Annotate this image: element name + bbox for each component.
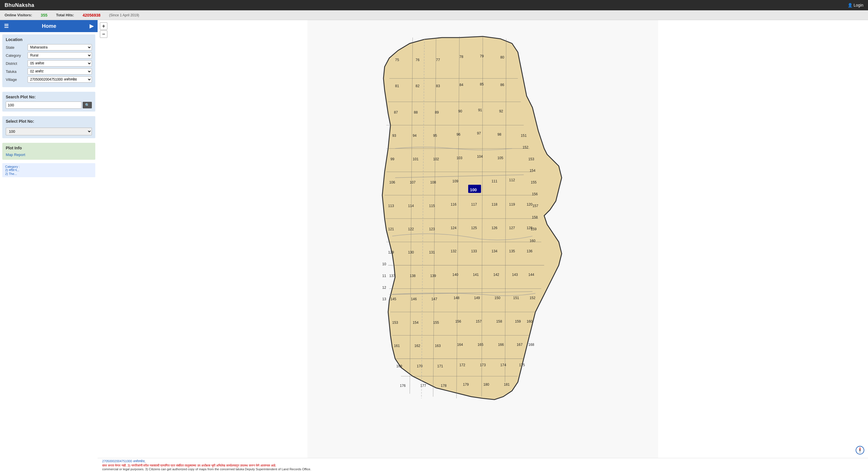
svg-text:113: 113 [388, 204, 394, 208]
taluka-select[interactable]: 02 आकोट [28, 68, 92, 74]
svg-text:94: 94 [413, 134, 417, 138]
svg-text:167: 167 [517, 343, 523, 347]
svg-text:158: 158 [496, 319, 502, 324]
svg-text:116: 116 [451, 202, 457, 206]
svg-text:131: 131 [429, 250, 435, 255]
svg-text:161: 161 [394, 344, 400, 348]
svg-text:122: 122 [408, 227, 414, 231]
svg-text:107: 107 [410, 180, 416, 184]
search-plot-input[interactable] [6, 102, 82, 109]
svg-text:130: 130 [408, 250, 414, 255]
select-plot-dropdown[interactable]: 100 [6, 128, 92, 135]
hits-label: Total Hits: [56, 13, 74, 17]
district-select[interactable]: 05 अकोला [28, 60, 92, 67]
svg-text:123: 123 [429, 227, 435, 231]
svg-text:148: 148 [454, 296, 460, 300]
svg-text:152: 152 [522, 145, 528, 149]
hits-value: 42056938 [83, 13, 100, 18]
svg-text:102: 102 [433, 157, 439, 161]
svg-text:144: 144 [528, 273, 534, 277]
category-select[interactable]: Rural [28, 52, 92, 59]
map-canvas[interactable]: 757677 787980 818283 848586 878889 90919… [98, 20, 868, 458]
svg-text:181: 181 [504, 382, 510, 386]
online-value: 355 [41, 13, 48, 18]
svg-text:164: 164 [457, 343, 463, 347]
svg-text:84: 84 [460, 83, 464, 87]
svg-text:115: 115 [429, 204, 435, 208]
svg-text:149: 149 [474, 296, 480, 300]
select-plot-section: Select Plot No: 100 [2, 116, 95, 138]
svg-text:140: 140 [453, 273, 458, 277]
district-row: District 05 अकोला [6, 60, 92, 67]
svg-text:160: 160 [527, 319, 533, 324]
plot-actions-section: Plot Info Map Report [2, 143, 95, 160]
svg-text:147: 147 [431, 297, 437, 301]
svg-text:132: 132 [451, 249, 457, 253]
village-select[interactable]: 27050002004751000 अकोलखेड [28, 76, 92, 82]
plot-info-title: Plot Info [6, 146, 92, 150]
svg-text:79: 79 [480, 54, 484, 58]
svg-text:165: 165 [477, 343, 484, 347]
sidebar-collapse-button[interactable]: ▶ [90, 23, 94, 29]
svg-text:121: 121 [388, 227, 394, 231]
coord-text: 27050002004751000 अकोलखेड, [102, 460, 863, 463]
svg-text:134: 134 [492, 249, 498, 253]
svg-text:10: 10 [382, 262, 386, 266]
village-label: Village [6, 77, 26, 82]
svg-text:80: 80 [500, 55, 504, 59]
overlay-text-2: 2) वरील प... [5, 168, 92, 172]
taluka-row: Taluka 02 आकोट [6, 68, 92, 74]
state-select[interactable]: Maharastra [28, 44, 92, 50]
map-report-link[interactable]: Map Report [6, 153, 92, 157]
search-plot-section: Search Plot No: 🔍 [2, 92, 95, 111]
svg-text:154: 154 [413, 321, 419, 325]
svg-text:137: 137 [389, 274, 395, 278]
svg-text:83: 83 [436, 84, 440, 88]
state-row: State Maharastra [6, 44, 92, 50]
svg-text:171: 171 [437, 364, 443, 368]
zoom-in-button[interactable]: + [100, 22, 107, 30]
svg-text:160: 160 [530, 239, 536, 243]
svg-text:152: 152 [530, 296, 536, 300]
search-plot-title: Search Plot No: [6, 95, 92, 99]
svg-text:176: 176 [400, 384, 406, 388]
zoom-out-button[interactable]: − [100, 30, 107, 38]
svg-text:139: 139 [430, 274, 436, 278]
svg-text:98: 98 [497, 133, 501, 136]
svg-text:126: 126 [492, 226, 498, 230]
svg-text:162: 162 [414, 344, 421, 348]
location-title: Location [6, 37, 92, 42]
map-controls: + − [100, 22, 107, 38]
svg-text:93: 93 [392, 134, 396, 138]
app-title: BhuNaksha [5, 2, 34, 8]
svg-text:136: 136 [527, 249, 533, 253]
svg-text:166: 166 [498, 343, 504, 347]
svg-text:96: 96 [456, 133, 460, 136]
svg-text:178: 178 [441, 384, 446, 388]
svg-text:82: 82 [415, 84, 420, 88]
svg-text:89: 89 [435, 110, 439, 114]
svg-text:120: 120 [527, 202, 533, 206]
disclaimer-marathi: वापर करता येणार नाही. 3) नागरिकांनी वरील… [102, 464, 863, 467]
svg-text:172: 172 [460, 363, 466, 367]
disclaimer-english: commercial or legal purposes. 3) Citizen… [102, 467, 863, 471]
svg-text:157: 157 [532, 204, 538, 208]
login-button[interactable]: 👤 Login [848, 3, 863, 7]
stats-bar: Online Visitors: 355 Total Hits: 4205693… [0, 10, 868, 20]
top-bar: BhuNaksha 👤 Login [0, 0, 868, 10]
hamburger-icon[interactable]: ☰ [4, 23, 9, 29]
svg-text:77: 77 [436, 58, 440, 62]
svg-text:142: 142 [493, 273, 499, 277]
user-icon: 👤 [848, 3, 852, 7]
svg-text:175: 175 [519, 363, 525, 367]
svg-text:143: 143 [512, 273, 518, 277]
svg-point-144 [859, 450, 861, 451]
svg-text:129: 129 [388, 250, 394, 255]
overlay-text-1: Category : [5, 165, 92, 168]
compass-icon: N [856, 446, 865, 455]
svg-text:154: 154 [530, 169, 536, 173]
svg-text:159: 159 [531, 227, 537, 231]
search-plot-button[interactable]: 🔍 [83, 102, 92, 108]
svg-text:179: 179 [463, 382, 469, 386]
svg-text:117: 117 [471, 202, 477, 206]
